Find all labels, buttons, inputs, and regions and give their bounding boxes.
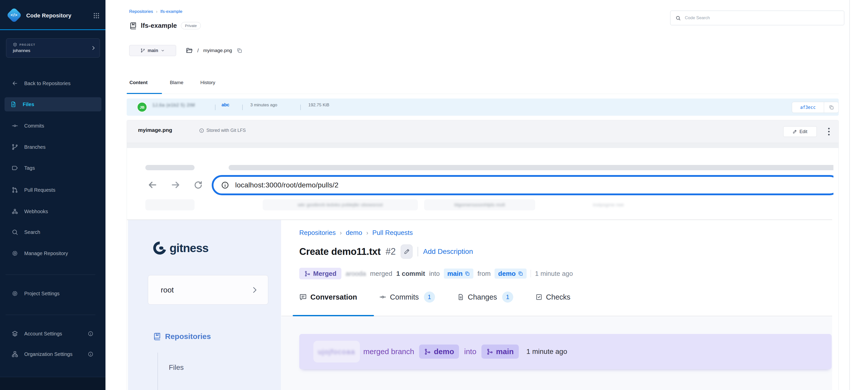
sidebar-item-organization-settings[interactable]: Organization Settings <box>6 347 100 361</box>
image-preview: localhost:3000/root/demo/pulls/2 wkr gos… <box>127 148 833 390</box>
pr-time: 1 minute ago <box>535 270 573 278</box>
sidebar-item-label: Branches <box>24 144 46 150</box>
browser-back-icon <box>147 179 158 190</box>
tab-label: Checks <box>546 293 570 301</box>
chat-icon <box>299 293 307 301</box>
sidebar-item-project-settings[interactable]: Project Settings <box>6 286 100 301</box>
pr-tab-changes: Changes 1 <box>457 291 513 303</box>
banner-source-branch-chip: demo <box>419 344 459 359</box>
commit-message-link[interactable]: abc <box>221 102 229 108</box>
active-tab-underline <box>127 93 162 94</box>
tab-content[interactable]: Content <box>129 80 148 85</box>
tag-icon <box>11 165 18 171</box>
commit-icon <box>11 122 18 129</box>
sidebar-item-webhooks[interactable]: Webhooks <box>6 204 100 219</box>
copy-sha-icon[interactable] <box>824 102 838 113</box>
sidebar-item-label: Tags <box>24 165 35 171</box>
arrow-left-icon <box>11 80 18 87</box>
file-icon <box>457 294 464 301</box>
module-grid-icon[interactable] <box>93 12 100 19</box>
divider <box>300 105 301 110</box>
merge-icon <box>424 348 431 355</box>
sidebar-item-branches[interactable]: Branches <box>6 140 100 154</box>
project-selector[interactable]: PROJECT johannes <box>6 38 100 58</box>
bookmark-redacted: wkr gostbnrb ledvko pvblejtkr obowsrost <box>263 199 418 211</box>
gitness-nav-repositories: Repositories <box>153 332 211 341</box>
avatar[interactable]: JB <box>137 102 147 112</box>
branch-name: demo <box>498 270 516 278</box>
commit-sha[interactable]: af3ecc <box>792 102 824 113</box>
meta-commit-count: 1 commit <box>396 270 425 278</box>
file-path: myimage.png <box>204 48 232 53</box>
pr-title-row: Create demo11.txt #2 Add Description <box>299 244 473 259</box>
pr-tab-checks: Checks <box>535 293 570 301</box>
gitness-sidebar: gitness root Repositories Files <box>128 220 281 390</box>
gitness-space-selector: root <box>148 275 268 305</box>
browser-url-bar: localhost:3000/root/demo/pulls/2 <box>212 175 833 195</box>
sidebar-item-manage-repository[interactable]: Manage Repository <box>6 246 100 260</box>
source-branch-chip: demo <box>495 269 526 279</box>
commits-count-badge: 1 <box>424 291 435 303</box>
divider <box>215 105 216 110</box>
divider <box>417 247 418 256</box>
visibility-badge: Private <box>181 22 201 29</box>
branch-name: main <box>496 347 514 356</box>
copy-path-icon[interactable] <box>237 48 242 53</box>
merged-label: Merged <box>313 270 336 278</box>
breadcrumb-repo-link[interactable]: lfs-example <box>160 9 182 14</box>
tab-history[interactable]: History <box>200 80 215 85</box>
gitness-space-name: root <box>161 286 174 294</box>
branch-name: main <box>148 48 158 53</box>
path-separator: / <box>197 48 199 54</box>
gitness-logo: gitness <box>152 240 209 256</box>
branch-selector-button[interactable]: main <box>129 45 176 56</box>
edit-button[interactable]: Edit <box>783 126 817 137</box>
pr-title: Create demo11.txt <box>299 246 380 257</box>
page-scrollbar[interactable] <box>849 0 850 390</box>
sidebar-item-label: Organization Settings <box>24 351 72 357</box>
browser-forward-icon <box>170 179 181 190</box>
sidebar-item-label: Commits <box>24 123 44 129</box>
sidebar-item-pull-requests[interactable]: Pull Requests <box>6 183 100 197</box>
project-label: PROJECT <box>20 43 35 46</box>
banner-action-text: merged branch <box>363 347 414 356</box>
page-title: lfs-example <box>141 22 177 30</box>
file-card-header: myimage.png Stored with Git LFS Edit <box>127 120 838 143</box>
pencil-icon <box>793 130 797 134</box>
pr-add-description-link: Add Description <box>423 248 473 256</box>
file-path-row: / myimage.png <box>186 45 242 56</box>
gitness-logo-text: gitness <box>169 241 209 255</box>
sidebar-item-search[interactable]: Search <box>6 225 100 239</box>
edit-label: Edit <box>799 129 807 134</box>
gitness-mark-icon <box>152 240 167 256</box>
banner-author-redacted: ujojfocoaa <box>313 341 360 362</box>
sidebar-item-files[interactable]: Files <box>4 97 101 111</box>
pr-edit-pencil-icon <box>401 245 412 259</box>
sidebar-item-back[interactable]: Back to Repositories <box>6 76 100 90</box>
file-size: 192.75 KiB <box>308 103 329 108</box>
sidebar-item-commits[interactable]: Commits <box>6 119 100 133</box>
copy-icon <box>518 271 523 276</box>
folder-icon[interactable] <box>186 47 193 54</box>
branch-icon <box>11 144 18 150</box>
commit-author-redacted: 1J,6a (e1b2 5) 2tM <box>152 103 195 108</box>
chevron-right-icon <box>250 286 259 294</box>
gear-icon <box>11 290 18 297</box>
breadcrumb-repositories-link[interactable]: Repositories <box>129 9 153 14</box>
breadcrumb-separator: › <box>340 229 342 236</box>
org-chart-icon <box>11 351 18 357</box>
browser-tab-shape <box>145 165 194 170</box>
lfs-note: Stored with Git LFS <box>199 128 246 133</box>
tree-indent-line <box>157 353 158 390</box>
checklist-icon <box>535 294 542 301</box>
chevron-down-icon <box>161 49 165 53</box>
more-options-icon[interactable] <box>824 126 834 137</box>
repo-book-icon <box>129 22 137 30</box>
sidebar-item-account-settings[interactable]: Account Settings <box>6 327 100 341</box>
sidebar-divider <box>5 315 95 315</box>
sidebar-item-tags[interactable]: Tags <box>6 161 100 175</box>
tab-blame[interactable]: Blame <box>170 80 183 85</box>
lfs-note-text: Stored with Git LFS <box>207 128 246 133</box>
code-search-input[interactable] <box>684 15 839 21</box>
sidebar: </> Code Repository PROJECT johannes Bac… <box>0 0 105 390</box>
